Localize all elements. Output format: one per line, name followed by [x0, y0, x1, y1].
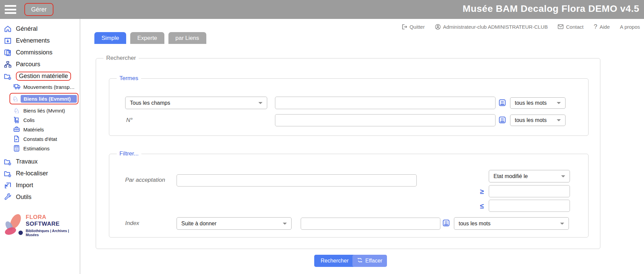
field-select[interactable]: Tous les champs — [125, 97, 267, 109]
sidebar-item-estimations[interactable]: Estimations — [0, 144, 80, 153]
gerer-button[interactable]: Gérer — [24, 3, 53, 16]
question-icon: ? — [594, 23, 597, 30]
sidebar-item-label: Re-localiser — [16, 170, 48, 177]
acceptation-label: Par acceptation — [125, 177, 165, 183]
hamburger-menu-icon[interactable] — [5, 5, 16, 14]
chevron-down-icon — [283, 223, 287, 225]
rechercher-button[interactable]: Rechercher — [314, 255, 355, 267]
greater-equal-link[interactable]: ≥ — [480, 188, 484, 196]
sidebar-item-gestion-materielle[interactable]: Gestion matérielle — [0, 70, 80, 82]
index-book-icon[interactable] — [498, 116, 506, 125]
index-book-icon[interactable] — [498, 99, 506, 108]
sidebar-item-label: Colis — [23, 117, 34, 123]
sidebar-item-label: Travaux — [16, 158, 38, 165]
aide-link[interactable]: ? Aide — [594, 23, 610, 30]
effacer-button-label: Effacer — [365, 258, 382, 264]
tab-simple[interactable]: Simple — [94, 32, 126, 44]
chevron-down-icon — [560, 223, 564, 225]
effacer-button[interactable]: Effacer — [352, 255, 387, 267]
archive-in-icon — [3, 37, 12, 45]
sidebar-item-label: Import — [16, 182, 33, 189]
chevron-down-icon — [557, 119, 561, 121]
numero-input[interactable] — [275, 114, 496, 126]
index-input[interactable] — [301, 218, 440, 230]
sidebar-item-mouvements[interactable]: Mouvements (transp… — [0, 82, 80, 92]
envelope-icon — [558, 24, 564, 29]
books-icon — [3, 49, 12, 57]
date-to-input[interactable] — [489, 200, 570, 212]
sidebar-item-import[interactable]: Import — [0, 179, 80, 191]
less-equal-link[interactable]: ≤ — [480, 202, 484, 210]
user-account[interactable]: Administrateur-club ADMINISTRATEUR-CLUB — [435, 24, 548, 30]
sidebar-item-colis[interactable]: Colis — [0, 115, 80, 125]
sidebar-item-biens-lies-mvmnt[interactable]: ♘ Biens liés (Mvmnt) — [0, 106, 80, 115]
top-bar: Gérer Musée BAM Decalog Flora DEMO v4.5 — [0, 0, 644, 19]
index-mode-select[interactable]: tous les mots — [454, 217, 569, 230]
folder-globe-icon — [3, 158, 12, 166]
sidebar-item-label: Biens liés (Evnmnt) — [21, 95, 77, 103]
sidebar-item-label: Parcours — [16, 61, 40, 68]
sidebar-item-materiels[interactable]: Matériels — [0, 125, 80, 134]
handtruck-icon — [13, 117, 20, 123]
refresh-icon — [357, 257, 363, 264]
sidebar-item-label: Gestion matérielle — [16, 72, 71, 81]
acceptation-input[interactable] — [177, 174, 417, 186]
app-title: Musée BAM Decalog Flora DEMO v4.5 — [463, 3, 639, 14]
chevron-down-icon — [561, 175, 565, 177]
termes-legend: Termes — [117, 75, 141, 82]
rechercher-panel: Rechercher Termes Tous les champs tous l… — [96, 55, 600, 249]
sidebar-item-label: Constats d'état — [23, 136, 57, 142]
sidebar-item-relocaliser[interactable]: Re-localiser — [0, 168, 80, 179]
rechercher-button-label: Rechercher — [321, 258, 349, 264]
contact-link[interactable]: Contact — [558, 24, 583, 30]
sidebar-item-outils[interactable]: Outils — [0, 191, 80, 203]
chess-knight-icon: ♘ — [13, 107, 20, 114]
apropos-label: A propos — [620, 24, 640, 30]
sidebar-item-label: Matériels — [23, 127, 44, 132]
date-from-input[interactable] — [489, 185, 570, 197]
sidebar-item-label: Mouvements (transp… — [23, 84, 75, 90]
apropos-link[interactable]: A propos — [620, 24, 640, 30]
sidebar-item-label: Evènements — [16, 37, 50, 44]
termes-panel: Termes Tous les champs tous les mots N° … — [109, 75, 589, 136]
sidebar-item-travaux[interactable]: Travaux — [0, 156, 80, 168]
etat-select[interactable]: Etat modifié le — [489, 170, 570, 182]
folder-globe-icon — [3, 170, 12, 178]
sidebar-item-label: Biens liés (Mvmnt) — [23, 108, 65, 114]
sidebar-item-label: Outils — [16, 194, 31, 201]
user-icon — [435, 24, 441, 30]
field-select-value: Tous les champs — [130, 100, 170, 106]
app-window: Gérer Musée BAM Decalog Flora DEMO v4.5 … — [0, 0, 644, 274]
flora-software-logo: FLORA SOFTWARE Bibliothèques | Archives … — [0, 212, 80, 239]
sidebar-item-parcours[interactable]: Parcours — [0, 58, 80, 70]
tab-experte[interactable]: Experte — [130, 32, 164, 44]
sidebar-item-label: Estimations — [23, 146, 50, 151]
tab-par-liens[interactable]: par Liens — [168, 32, 206, 44]
flora-petals-icon — [2, 212, 24, 239]
sidebar-item-biens-lies-evnmnt[interactable]: ♘ Biens liés (Evnmnt) — [9, 93, 78, 104]
sidebar-item-commissions[interactable]: Commissions — [0, 47, 80, 58]
calculator-icon — [13, 145, 20, 152]
sidebar-item-constats[interactable]: Constats d'état — [0, 134, 80, 144]
aide-label: Aide — [600, 24, 610, 30]
sidebar-item-general[interactable]: Général — [0, 23, 80, 35]
sidebar-item-evenements[interactable]: Evènements — [0, 35, 80, 47]
folder-globe-icon — [3, 72, 12, 80]
user-label: Administrateur-club ADMINISTRATEUR-CLUB — [443, 24, 548, 30]
index-select-value: Suite à donner — [181, 221, 216, 227]
chevron-down-icon — [557, 102, 561, 104]
index-book-icon[interactable] — [442, 219, 450, 228]
import-icon — [3, 181, 12, 190]
filtrer-legend: Filtrer... — [117, 150, 141, 157]
numero-mode-value: tous les mots — [515, 117, 547, 123]
sitemap-icon — [3, 60, 12, 69]
quitter-link[interactable]: Quitter — [401, 24, 425, 30]
brand-name: FLORA SOFTWARE — [26, 214, 80, 227]
index-select[interactable]: Suite à donner — [177, 217, 292, 230]
numero-mode-select[interactable]: tous les mots — [510, 115, 566, 126]
exit-icon — [401, 24, 407, 30]
term-input[interactable] — [275, 97, 496, 109]
chevron-down-icon — [258, 102, 262, 104]
contact-label: Contact — [566, 24, 583, 30]
term-mode-select[interactable]: tous les mots — [510, 97, 566, 109]
